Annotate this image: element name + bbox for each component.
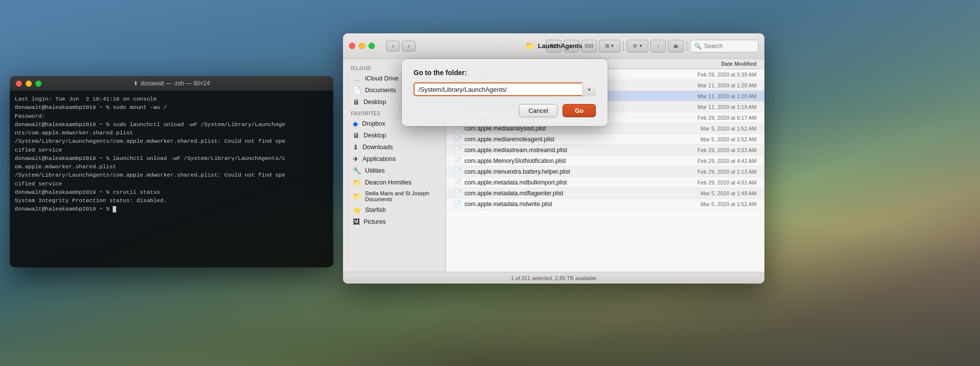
- plist-icon: 📄: [454, 135, 462, 143]
- share-button[interactable]: ↑: [650, 40, 666, 52]
- applications-icon: ✈: [353, 155, 359, 163]
- sidebar-item-label: Documents: [365, 87, 396, 94]
- deacon-folder-icon: 📁: [353, 179, 361, 186]
- eject-button[interactable]: ⏏: [668, 40, 684, 52]
- file-date: Mar 11, 2020 at 1:20 AM: [668, 82, 757, 88]
- sidebar-item-label: Starfish: [365, 207, 386, 213]
- terminal-window: ⬆ donawalt — -zsh — 80×24 Last login: Tu…: [10, 76, 333, 267]
- goto-dialog-title: Go to the folder:: [414, 69, 596, 77]
- terminal-close-button[interactable]: [16, 80, 22, 87]
- terminal-line-3: Password:: [15, 112, 328, 120]
- desktop-fav-icon: 🖥: [353, 131, 360, 139]
- action-button[interactable]: ⚙ ▾: [627, 40, 648, 52]
- terminal-titlebar: ⬆ donawalt — -zsh — 80×24: [10, 76, 333, 91]
- search-icon: 🔍: [694, 43, 702, 50]
- terminal-title-icon: ⬆: [133, 80, 138, 87]
- file-date: Mar 5, 2020 at 1:49 AM: [668, 190, 757, 196]
- file-name: 📄 com.apple.menuextra.battery.helper.pli…: [454, 168, 664, 175]
- finder-close-button[interactable]: [349, 43, 355, 49]
- finder-minimize-button[interactable]: [359, 43, 365, 49]
- icloud-drive-icon: ☁️: [353, 75, 361, 82]
- sidebar-item-downloads[interactable]: ⬇ Downloads: [345, 141, 443, 153]
- sidebar-item-label: Stella Maris and St Joseph Documents: [365, 190, 436, 202]
- finder-maximize-button[interactable]: [368, 43, 375, 49]
- starfish-icon: ⭐: [353, 206, 361, 214]
- finder-traffic-lights: [349, 43, 375, 49]
- sidebar-item-starfish[interactable]: ⭐ Starfish: [345, 204, 443, 216]
- go-button[interactable]: Go: [563, 104, 596, 117]
- dropbox-icon: ◆: [353, 120, 358, 128]
- file-date: Mar 11, 2020 at 1:20 AM: [668, 93, 757, 99]
- sidebar-item-label: Desktop: [364, 132, 386, 139]
- terminal-line-4: donawalt@haleakaambp2019 ~ % sudo launch…: [15, 120, 328, 137]
- terminal-line-5: /System/Library/LaunchAgents/com.apple.m…: [15, 137, 328, 154]
- table-row[interactable]: 📄 com.apple.metadata.mdwrite.plist Mar 5…: [446, 199, 764, 209]
- sidebar-item-desktop[interactable]: 🖥 Desktop: [345, 130, 443, 141]
- goto-dropdown-button[interactable]: ▾: [582, 82, 596, 96]
- terminal-title: ⬆ donawalt — -zsh — 80×24: [133, 80, 210, 87]
- sidebar-item-utilities[interactable]: 🔧 Utilities: [345, 165, 443, 177]
- stella-folder-icon: 📁: [353, 192, 361, 200]
- sidebar-item-label: Dropbox: [362, 120, 385, 127]
- file-date: Feb 29, 2020 at 4:42 AM: [668, 158, 757, 164]
- desktop-icon: 🖥: [353, 98, 360, 106]
- sidebar-item-pictures[interactable]: 🖼 Pictures: [345, 216, 443, 228]
- sidebar-item-deacon-homilies[interactable]: 📁 Deacon Homilies: [345, 177, 443, 188]
- search-input[interactable]: [704, 43, 754, 50]
- sidebar-item-applications[interactable]: ✈ Applications: [345, 153, 443, 165]
- search-box[interactable]: 🔍: [690, 40, 759, 52]
- view-column-button[interactable]: ⊟⊟: [581, 40, 597, 52]
- sidebar-item-stella-maris[interactable]: 📁 Stella Maris and St Joseph Documents: [345, 188, 443, 204]
- terminal-minimize-button[interactable]: [25, 80, 32, 87]
- terminal-body[interactable]: Last login: Tue Jun 2 10:41:16 on consol…: [10, 91, 333, 217]
- folder-icon: 📁: [525, 41, 535, 51]
- downloads-icon: ⬇: [353, 143, 359, 151]
- terminal-line-6: donawalt@haleakaambp2019 ~ % launchctl u…: [15, 154, 328, 171]
- goto-input-wrapper: ▾: [414, 82, 596, 96]
- goto-folder-input[interactable]: [414, 82, 596, 96]
- file-date: Feb 29, 2020 at 2:13 AM: [668, 169, 757, 175]
- view-gallery-button[interactable]: ⊞ ▾: [599, 40, 620, 52]
- table-row[interactable]: 📄 com.apple.mediaremoteagent.plist Mar 5…: [446, 134, 764, 145]
- plist-icon: 📄: [454, 146, 462, 154]
- plist-icon: 📄: [454, 200, 462, 208]
- file-name: 📄 com.apple.metadata.mdwrite.plist: [454, 200, 664, 208]
- terminal-line-7: /System/Library/LaunchAgents/com.apple.m…: [15, 171, 328, 188]
- file-date: Feb 29, 2020 at 3:53 AM: [668, 147, 757, 153]
- terminal-line-9: System Integrity Protection status: disa…: [15, 196, 328, 205]
- table-row[interactable]: 📄 com.apple.metadata.mdflagwriter.plist …: [446, 188, 764, 199]
- finder-forward-button[interactable]: ›: [402, 41, 416, 52]
- cancel-button[interactable]: Cancel: [519, 104, 557, 117]
- finder-title: 📁 LaunchAgents: [525, 41, 582, 51]
- table-row[interactable]: 📄 com.apple.mediastream.mstreamd.plist F…: [446, 145, 764, 156]
- file-date: Mar 5, 2020 at 1:52 AM: [668, 201, 757, 207]
- file-name: 📄 com.apple.mediastream.mstreamd.plist: [454, 146, 664, 154]
- toolbar-divider-1: [623, 41, 624, 51]
- sidebar-item-label: iCloud Drive: [365, 75, 398, 82]
- toolbar-divider-2: [686, 41, 687, 51]
- finder-titlebar: ‹ › 📁 LaunchAgents ⊞⊞ ≡ ⊟⊟ ⊞ ▾ ⚙ ▾ ↑ ⏏ 🔍: [343, 33, 764, 59]
- sidebar-item-label: Downloads: [363, 144, 393, 151]
- status-text: 1 of 311 selected, 2.85 TB available: [511, 275, 597, 281]
- date-modified-header: Date Modified: [721, 61, 757, 67]
- finder-back-button[interactable]: ‹: [386, 41, 400, 52]
- finder-statusbar: 1 of 311 selected, 2.85 TB available: [343, 272, 764, 284]
- file-name: 📄 com.apple.metadata.mdbulkimport.plist: [454, 179, 664, 186]
- utilities-icon: 🔧: [353, 167, 361, 175]
- file-date: Feb 29, 2020 at 6:17 AM: [668, 115, 757, 121]
- finder-title-text: LaunchAgents: [538, 42, 582, 50]
- table-row[interactable]: 📄 com.apple.menuextra.battery.helper.pli…: [446, 166, 764, 177]
- terminal-cursor: [113, 206, 116, 212]
- terminal-maximize-button[interactable]: [35, 80, 42, 87]
- goto-dialog-buttons: Cancel Go: [414, 104, 596, 117]
- plist-icon: 📄: [454, 179, 462, 186]
- terminal-line-10: donawalt@haleakaambp2019 ~ %: [15, 205, 328, 213]
- sidebar-item-label: Applications: [363, 156, 395, 162]
- table-row[interactable]: 📄 com.apple.MemorySlotNotification.plist…: [446, 156, 764, 166]
- table-row[interactable]: 📄 com.apple.metadata.mdbulkimport.plist …: [446, 177, 764, 188]
- file-date: Mar 5, 2020 at 1:52 AM: [668, 126, 757, 131]
- terminal-line-1: Last login: Tue Jun 2 10:41:16 on consol…: [15, 95, 328, 103]
- sidebar-item-label: Desktop: [364, 99, 386, 105]
- file-date: Feb 29, 2020 at 4:01 AM: [668, 180, 757, 185]
- sidebar-item-label: Pictures: [364, 218, 386, 225]
